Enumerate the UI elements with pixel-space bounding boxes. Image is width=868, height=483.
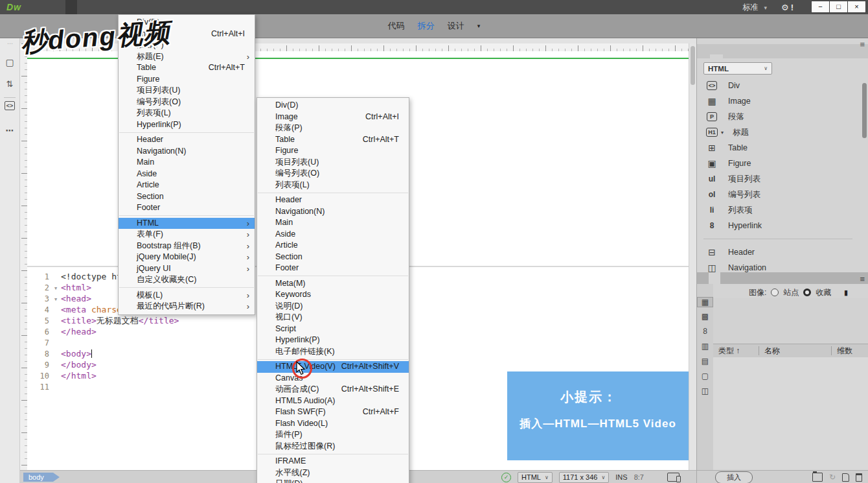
panel-tab-snippets[interactable]: [720, 272, 732, 284]
menu-edit[interactable]: [42, 0, 54, 14]
column-type[interactable]: 类型 ↑: [713, 346, 759, 357]
design-view-tab[interactable]: 设计: [448, 20, 464, 32]
panel-menu-icon[interactable]: ≡: [860, 40, 865, 49]
colors-category-icon[interactable]: ▩: [697, 312, 713, 321]
menu-window[interactable]: [112, 0, 124, 14]
panel-tab-dom[interactable]: [697, 272, 709, 284]
panel-tab-files[interactable]: [697, 54, 710, 58]
html-submenu-item[interactable]: Navigation(N): [257, 206, 409, 218]
html-submenu-item[interactable]: Header: [257, 194, 409, 206]
html-submenu-item[interactable]: 段落(P): [257, 123, 409, 134]
html-submenu-item[interactable]: 动画合成(C) Ctrl+Alt+Shift+E: [257, 384, 409, 395]
insert-panel-item[interactable]: H1 ▾ 标题: [697, 124, 859, 140]
menu-tools[interactable]: [77, 0, 89, 14]
html-submenu-item[interactable]: Main: [257, 217, 409, 229]
insert-category-select[interactable]: HTML ∨: [703, 62, 772, 75]
insert-menu-item[interactable]: jQuery Mobile(J): [119, 252, 255, 263]
scripts-category-icon[interactable]: ▤: [697, 357, 713, 366]
heading-dropdown-icon[interactable]: ▾: [721, 130, 724, 135]
html-submenu-item[interactable]: Article: [257, 240, 409, 252]
insert-menu-item[interactable]: Header: [119, 134, 255, 146]
insert-panel-item[interactable]: ▣ ▾ Figure: [697, 156, 859, 171]
html-submenu-item[interactable]: Aside: [257, 229, 409, 241]
file-management-icon[interactable]: ⇅: [0, 79, 19, 89]
html-submenu-item[interactable]: 插件(P): [257, 429, 409, 441]
panel-scrollbar-thumb[interactable]: [862, 83, 867, 138]
maximize-button[interactable]: □: [829, 1, 848, 13]
delete-icon[interactable]: [856, 473, 862, 482]
html-submenu-item[interactable]: Div(D): [257, 100, 409, 112]
assets-menu-icon[interactable]: ≡: [860, 274, 865, 284]
insert-menu-item[interactable]: jQuery UI: [119, 263, 255, 275]
new-asset-icon[interactable]: [842, 473, 849, 482]
customize-toolbar-icon[interactable]: ⋯: [0, 126, 19, 135]
insert-menu-item[interactable]: 模板(L): [119, 290, 255, 301]
urls-category-icon[interactable]: 8: [697, 327, 713, 336]
html-submenu-item[interactable]: Flash Video(L): [257, 418, 409, 430]
html-submenu-item[interactable]: 视口(V): [257, 312, 409, 324]
html-submenu-item[interactable]: HTML5 Audio(A): [257, 395, 409, 407]
radio-site[interactable]: [771, 289, 779, 296]
insert-panel-item[interactable]: li ▾ 列表项: [697, 202, 859, 218]
insert-panel-item[interactable]: ul ▾ 项目列表: [697, 171, 859, 187]
insert-menu-item[interactable]: Footer: [119, 202, 255, 214]
panel-tab-insert[interactable]: [710, 54, 723, 58]
html-submenu-item[interactable]: Meta(M): [257, 278, 409, 290]
html-submenu-item[interactable]: Canvas: [257, 373, 409, 384]
menu-insert[interactable]: [65, 0, 77, 14]
insert-panel-item[interactable]: ⊞ ▾ Table: [697, 140, 859, 156]
view-dropdown-icon[interactable]: ▾: [477, 23, 481, 29]
insert-menu-item[interactable]: Bootstrap 组件(B): [119, 241, 255, 252]
code-format-button[interactable]: <>: [0, 102, 19, 109]
library-category-icon[interactable]: ◫: [697, 386, 713, 395]
document-scrollbar[interactable]: [689, 43, 696, 470]
html-submenu-item[interactable]: HTML5 Video(V) Ctrl+Alt+Shift+V: [257, 361, 409, 373]
insert-menu-item[interactable]: 最近的代码片断(R): [119, 301, 255, 312]
insert-menu-item[interactable]: 列表项(L): [119, 108, 255, 119]
insert-menu-item[interactable]: Figure: [119, 74, 255, 86]
insert-panel-item[interactable]: P ▾ 段落: [697, 109, 859, 124]
insert-panel-item[interactable]: <> ▾ Div: [697, 78, 859, 93]
workspace-switcher[interactable]: 标准 ▾: [742, 2, 767, 13]
close-button[interactable]: ×: [847, 1, 866, 13]
radio-favorites[interactable]: [803, 289, 811, 296]
html-submenu-item[interactable]: Flash SWF(F) Ctrl+Alt+F: [257, 406, 409, 418]
folder-icon[interactable]: [812, 473, 823, 482]
column-name[interactable]: 名称: [759, 346, 831, 357]
insert-menu-item[interactable]: 项目列表(U): [119, 85, 255, 97]
insert-menu-item[interactable]: 表单(F): [119, 229, 255, 241]
html-submenu-item[interactable]: 日期(D): [257, 478, 409, 483]
assets-list[interactable]: [713, 357, 868, 470]
insert-panel-item[interactable]: ol ▾ 编号列表: [697, 187, 859, 202]
panel-tab-assets[interactable]: [709, 272, 720, 284]
window-size-select[interactable]: 1171 x 346 ∨: [559, 472, 609, 483]
doc-language-select[interactable]: HTML ∨: [518, 472, 553, 483]
tag-selector-body[interactable]: body: [23, 473, 60, 482]
insert-menu-item[interactable]: 自定义收藏夹(C): [119, 274, 255, 286]
insert-menu-item[interactable]: Section: [119, 191, 255, 203]
html-submenu-item[interactable]: Script: [257, 324, 409, 335]
html-submenu-item[interactable]: Section: [257, 252, 409, 263]
html-submenu-item[interactable]: 编号列表(O): [257, 168, 409, 180]
html-submenu-item[interactable]: 说明(D): [257, 301, 409, 312]
insert-menu-item[interactable]: Table Ctrl+Alt+T: [119, 62, 255, 74]
sync-settings-button[interactable]: ⚙!: [781, 3, 794, 12]
html-submenu-item[interactable]: Hyperlink(P): [257, 335, 409, 346]
menu-site[interactable]: [100, 0, 112, 14]
html-submenu-item[interactable]: Image Ctrl+Alt+I: [257, 112, 409, 123]
html-submenu-item[interactable]: 鼠标经过图像(R): [257, 441, 409, 453]
templates-category-icon[interactable]: ▢: [697, 371, 713, 381]
html-submenu-item[interactable]: Figure: [257, 145, 409, 157]
images-category-icon[interactable]: ▦: [697, 297, 713, 307]
menu-file[interactable]: [30, 0, 42, 14]
code-view-tab[interactable]: 代码: [388, 20, 405, 32]
insert-menu-item[interactable]: HTML: [119, 218, 255, 230]
minimize-button[interactable]: −: [811, 1, 830, 13]
insert-menu-item[interactable]: 编号列表(O): [119, 97, 255, 108]
html-submenu-item[interactable]: 水平线(Z): [257, 467, 409, 479]
html-submenu-item[interactable]: Table Ctrl+Alt+T: [257, 134, 409, 146]
insert-panel-item[interactable]: ▦ ▾ Image: [697, 93, 859, 109]
scrollbar-thumb[interactable]: [691, 46, 695, 85]
assets-insert-button[interactable]: 插入: [715, 471, 753, 483]
insert-menu-item[interactable]: Hyperlink(P): [119, 119, 255, 131]
